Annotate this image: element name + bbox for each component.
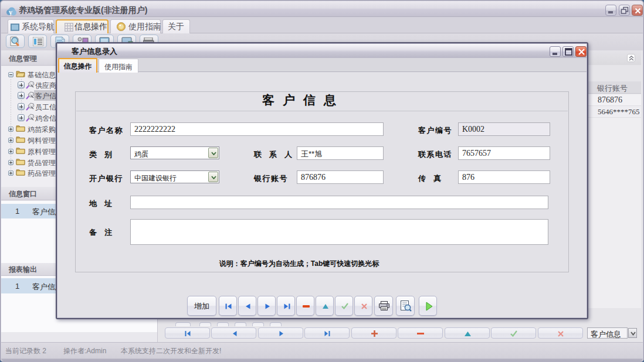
svg-text:y: y <box>9 8 12 16</box>
